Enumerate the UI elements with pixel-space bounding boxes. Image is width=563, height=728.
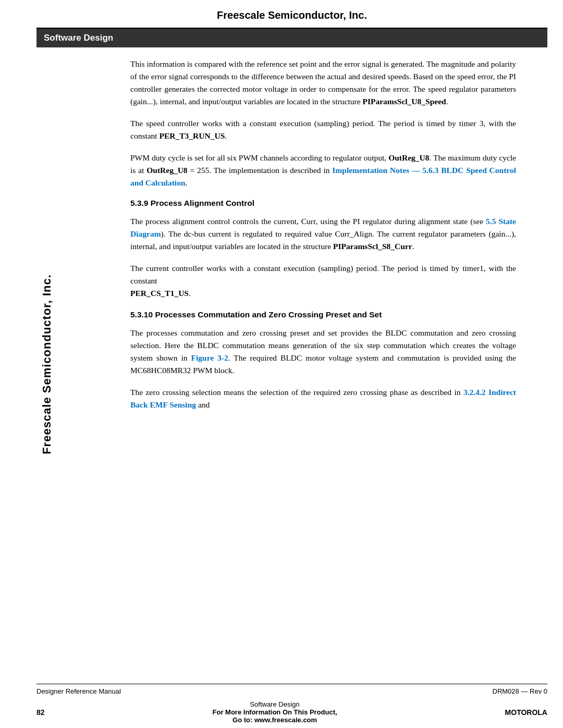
p2-end: . — [225, 131, 227, 140]
p4-start: The process alignment control controls t… — [130, 217, 486, 226]
p3-mid2: = 255. The implementation is described i… — [188, 166, 333, 175]
p4-bold: PIParamsScl_S8_Curr — [333, 242, 412, 251]
p5-bold: PER_CS_T1_US — [130, 289, 189, 298]
paragraph-5: The current controller works with a cons… — [130, 262, 516, 300]
section-title: Software Design — [44, 33, 113, 43]
paragraph-7: The zero crossing selection means the se… — [130, 386, 516, 411]
p5-text: The current controller works with a cons… — [130, 264, 516, 285]
paragraph-6: The processes commutation and zero cross… — [130, 327, 516, 377]
side-label: Freescale Semiconductor, Inc. — [40, 208, 54, 521]
p3-end: . — [186, 178, 188, 187]
p3-bold2: OutReg_U8 — [146, 166, 187, 175]
section-399-heading: 5.3.9 Process Alignment Control — [130, 199, 516, 208]
p7-start: The zero crossing selection means the se… — [130, 388, 463, 397]
p6-link[interactable]: Figure 3-2 — [191, 353, 228, 362]
paragraph-2: The speed controller works with a consta… — [130, 117, 516, 142]
p3-bold1: OutReg_U8 — [388, 153, 429, 162]
header-title: Freescale Semiconductor, Inc. — [217, 9, 367, 21]
footer-center-label: Software Design — [213, 700, 337, 708]
p7-end: and — [196, 400, 210, 409]
paragraph-1: This information is compared with the re… — [130, 58, 516, 108]
p3-start: PWM duty cycle is set for all six PWM ch… — [130, 153, 388, 162]
p1-text: This information is compared with the re… — [130, 59, 516, 106]
footer: Designer Reference Manual DRM028 — Rev 0… — [21, 684, 563, 728]
p4-end: . — [412, 242, 414, 251]
side-label-container: Freescale Semiconductor, Inc. — [0, 0, 21, 728]
footer-more-info-1: For More Information On This Product, — [213, 708, 337, 716]
footer-bottom-row: 82 Software Design For More Information … — [36, 698, 547, 728]
footer-center: Software Design For More Information On … — [213, 700, 337, 724]
p1-bold: PIParamsScl_U8_Speed — [362, 97, 446, 106]
footer-brand: MOTOROLA — [505, 708, 547, 717]
footer-right-top: DRM028 — Rev 0 — [493, 687, 547, 695]
section-3910-heading: 5.3.10 Processes Commutation and Zero Cr… — [130, 310, 516, 319]
page-header: Freescale Semiconductor, Inc. — [36, 0, 547, 29]
footer-more-info-2: Go to: www.freescale.com — [213, 716, 337, 724]
footer-page-number: 82 — [36, 708, 45, 717]
p4-mid: ). The dc-bus current is regulated to re… — [130, 229, 516, 251]
p2-bold: PER_T3_RUN_US — [160, 131, 225, 140]
paragraph-3: PWM duty cycle is set for all six PWM ch… — [130, 152, 516, 189]
p5-end: . — [189, 289, 191, 298]
footer-left-top: Designer Reference Manual — [36, 687, 121, 695]
section-title-bar: Software Design — [36, 29, 547, 47]
paragraph-4: The process alignment control controls t… — [130, 215, 516, 253]
footer-top-row: Designer Reference Manual DRM028 — Rev 0 — [36, 684, 547, 698]
p1-end: . — [446, 97, 448, 106]
